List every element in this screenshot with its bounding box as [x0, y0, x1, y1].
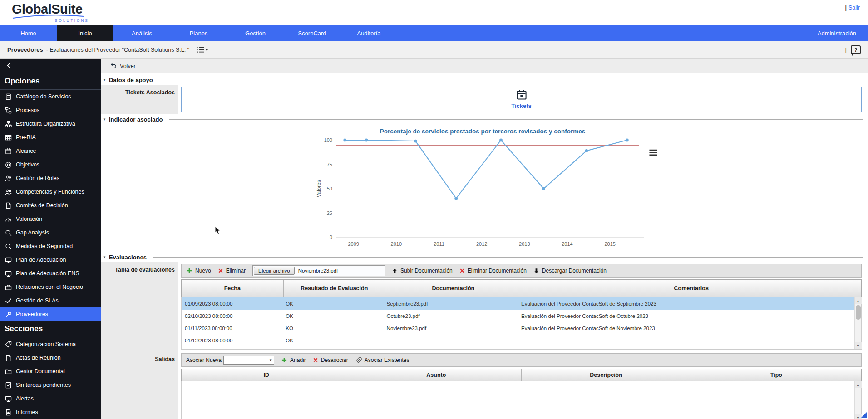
sidebar-item-proveedores[interactable]: Proveedores: [0, 307, 101, 321]
subir-documentacion-button[interactable]: Subir Documentación: [392, 268, 453, 274]
collapse-caret-icon: ▼: [103, 117, 106, 122]
chevron-down-icon: ▼: [269, 358, 272, 362]
svg-text:25: 25: [327, 210, 332, 216]
column-header-resultado-de-evaluacion[interactable]: Resultado de Evaluación: [284, 280, 386, 297]
sidebar-item-sin-tareas-pendientes[interactable]: Sin tareas pendientes: [0, 378, 101, 392]
sidebar-item-actas-de-reunion[interactable]: Actas de Reunión: [0, 351, 101, 365]
document-icon: [5, 202, 12, 209]
plus-icon: [186, 268, 192, 274]
sidebar-item-catalogo-de-servicios[interactable]: Catálogo de Servicios: [0, 90, 101, 103]
svg-text:Valores: Valores: [316, 180, 321, 197]
table-cell: Evaluación del Proveedor ContacSoft de N…: [518, 326, 854, 331]
scrollbar-thumb[interactable]: [856, 305, 861, 320]
chart-area: 02550751002009201020112012201320142015Va…: [315, 136, 651, 250]
sidebar-back-button[interactable]: [0, 59, 101, 73]
desasociar-button[interactable]: Desasociar: [313, 357, 348, 363]
eliminar-documentacion-button[interactable]: Eliminar Documentación: [459, 268, 527, 274]
evaluaciones-row[interactable]: 01/11/2023 08:00:00KONoviembre23.pdfEval…: [182, 322, 854, 334]
sidebar-item-gestor-documental[interactable]: Gestor Documental: [0, 365, 101, 378]
salidas-scrollbar[interactable]: ▲ ▼: [854, 381, 861, 419]
evaluaciones-row[interactable]: 01/12/2023 08:00:00OK: [182, 334, 854, 346]
grid-icon: [5, 134, 12, 141]
elegir-archivo-button[interactable]: Elegir archivo: [254, 267, 295, 275]
breadcrumb-right: | ?: [845, 45, 861, 54]
nav-tab-home[interactable]: Home: [0, 25, 57, 41]
scroll-up-icon[interactable]: ▲: [855, 381, 862, 388]
app-logo[interactable]: GlobalSuite SOLUTIONS: [12, 3, 89, 23]
gauge-icon: [5, 216, 12, 223]
sidebar-item-alcance[interactable]: Alcance: [0, 144, 101, 158]
salidas-table: IDAsuntoDescripciónTipo ▲ ▼: [181, 369, 862, 419]
asociar-nueva-select[interactable]: ▼: [223, 356, 274, 365]
evaluaciones-block: Tabla de evaluaciones Nuevo Eliminar: [101, 262, 864, 351]
table-cell: Evaluación del Proveedor ContacSoft de S…: [518, 301, 854, 307]
sidebar-item-competencias-y-funciones[interactable]: Competencias y Funciones: [0, 185, 101, 199]
sidebar-item-gestion-de-roles[interactable]: Gestión de Roles: [0, 171, 101, 185]
nav-tab-inicio[interactable]: Inicio: [57, 25, 113, 41]
anadir-button[interactable]: Añadir: [281, 357, 306, 363]
sidebar-item-informes[interactable]: Informes: [0, 405, 101, 419]
tasks-icon: [5, 382, 12, 389]
sidebar-item-plan-de-adecuacion-ens[interactable]: Plan de Adecuación ENS: [0, 267, 101, 280]
chart-menu-icon[interactable]: [649, 149, 658, 156]
nav-tab-planes[interactable]: Planes: [170, 25, 227, 41]
sidebar-item-alertas[interactable]: Alertas: [0, 392, 101, 405]
nav-tab-scorecard[interactable]: ScoreCard: [284, 25, 340, 41]
nav-tab-analisis[interactable]: Análisis: [113, 25, 170, 41]
sidebar-item-comites-de-decision[interactable]: Comités de Decisión: [0, 199, 101, 212]
evaluaciones-row[interactable]: 02/10/2023 08:00:00OKOctubre23.pdfEvalua…: [182, 310, 854, 322]
catalog-icon: [5, 93, 12, 100]
sidebar-item-relaciones-con-el-negocio[interactable]: Relaciones con el Negocio: [0, 280, 101, 294]
sidebar-item-objetivos[interactable]: Objetivos: [0, 158, 101, 171]
help-icon[interactable]: ?: [851, 45, 861, 54]
column-header-fecha[interactable]: Fecha: [182, 280, 284, 297]
nav-tabs: HomeInicioAnálisisPlanesGestiónScoreCard…: [0, 25, 397, 41]
sidebar-item-valoracion[interactable]: Valoración: [0, 212, 101, 226]
file-input[interactable]: Elegir archivo Noviembre23.pdf: [252, 265, 385, 276]
evaluaciones-scrollbar[interactable]: ▲ ▼: [854, 297, 861, 349]
svg-text:2010: 2010: [391, 241, 402, 247]
column-header-comentarios[interactable]: Comentarios: [521, 280, 861, 297]
section-header-indicador-asociado[interactable]: ▼ Indicador asociado: [103, 116, 864, 123]
sidebar-item-label: Informes: [16, 409, 38, 415]
list-menu-icon[interactable]: [197, 46, 208, 53]
sidebar-item-medidas-de-seguridad[interactable]: Medidas de Seguridad: [0, 239, 101, 253]
eliminar-button[interactable]: Eliminar: [218, 268, 246, 274]
nav-tab-gestion[interactable]: Gestión: [227, 25, 284, 41]
sidebar-item-label: Medidas de Seguridad: [16, 243, 73, 249]
logout-link[interactable]: |Salir: [845, 5, 860, 11]
sidebar-item-gap-analysis[interactable]: Gap Analysis: [0, 226, 101, 239]
nuevo-button[interactable]: Nuevo: [186, 268, 211, 274]
table-cell: 01/09/2023 08:00:00: [182, 301, 282, 307]
sidebar-item-gestion-de-slas[interactable]: Gestión de SLAs: [0, 294, 101, 307]
column-header-tipo[interactable]: Tipo: [691, 369, 861, 381]
section-divider: [159, 80, 863, 80]
sidebar-item-label: Alcance: [16, 148, 36, 154]
evaluaciones-row[interactable]: 01/09/2023 08:00:00OKSeptiembre23.pdfEva…: [182, 297, 854, 310]
column-header-documentacion[interactable]: Documentación: [385, 280, 521, 297]
sidebar-item-categorizacion-sistema[interactable]: Categorización Sistema: [0, 337, 101, 351]
section-header-datos-de-apoyo[interactable]: ▼ Datos de apoyo: [103, 77, 864, 83]
column-header-asunto[interactable]: Asunto: [351, 369, 521, 381]
nav-tab-administracion[interactable]: Administración: [806, 25, 868, 41]
svg-text:2009: 2009: [348, 241, 359, 247]
sidebar-item-pre-bia[interactable]: Pre-BIA: [0, 131, 101, 144]
scroll-up-icon[interactable]: ▲: [855, 297, 862, 304]
section-header-evaluaciones[interactable]: ▼ Evaluaciones: [103, 254, 864, 261]
table-cell: KO: [282, 326, 383, 331]
x-icon: [218, 268, 223, 273]
column-header-id[interactable]: ID: [182, 369, 351, 381]
field-label-tabla-de-evaluaciones: Tabla de evaluaciones: [101, 262, 178, 351]
column-header-descripcion[interactable]: Descripción: [522, 369, 691, 381]
descargar-documentacion-button[interactable]: Descargar Documentación: [533, 268, 607, 274]
sidebar-item-plan-de-adecuacion[interactable]: Plan de Adecuación: [0, 253, 101, 267]
sidebar-item-estructura-organizativa[interactable]: Estructura Organizativa: [0, 117, 101, 131]
nav-tab-auditoria[interactable]: Auditoría: [340, 25, 397, 41]
sidebar-item-label: Proveedores: [16, 311, 48, 317]
volver-button[interactable]: Volver: [110, 62, 136, 70]
asociar-existentes-button[interactable]: Asociar Existentes: [355, 357, 409, 364]
tickets-asociados-button[interactable]: Tickets: [181, 87, 862, 112]
sidebar-item-procesos[interactable]: Procesos: [0, 103, 101, 117]
report-icon: [5, 409, 12, 416]
scroll-down-icon[interactable]: ▼: [855, 342, 862, 349]
